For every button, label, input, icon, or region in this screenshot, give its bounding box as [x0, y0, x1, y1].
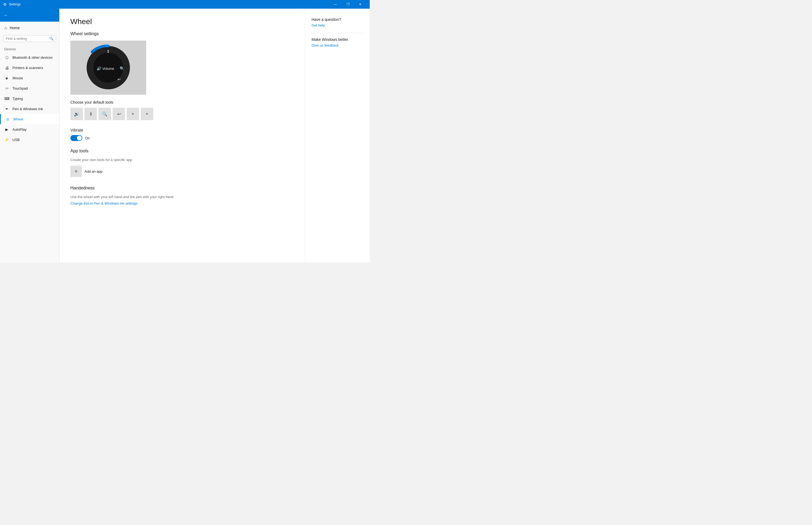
main-content: Wheel Wheel settings 🔊 Volume	[60, 9, 305, 262]
title-bar-left: ⚙ Settings	[3, 2, 20, 6]
help-title: Have a question?	[312, 17, 363, 22]
app-tools-title: App tools	[70, 149, 294, 153]
scroll-tool-btn[interactable]: ⇕	[85, 108, 97, 120]
add-app-label: Add an app	[85, 169, 103, 174]
sidebar-item-wheel[interactable]: ◎ Wheel	[0, 114, 59, 124]
sidebar-touchpad-label: Touchpad	[13, 86, 28, 90]
usb-icon: ⚡	[4, 137, 9, 142]
settings-icon: ⚙	[3, 2, 7, 6]
volume-tool-btn[interactable]: 🔊	[70, 108, 83, 120]
mouse-icon: ◈	[4, 75, 9, 80]
toggle-thumb	[77, 136, 82, 140]
sidebar-bluetooth-label: Bluetooth & other devices	[13, 56, 52, 60]
get-help-link[interactable]: Get help	[312, 23, 363, 27]
sidebar-item-printers[interactable]: 🖨 Printers & scanners	[0, 62, 59, 73]
sidebar-mouse-label: Mouse	[13, 76, 23, 80]
vibrate-toggle-row: On	[70, 135, 294, 141]
back-tool-btn[interactable]: ↩	[112, 108, 125, 120]
minimize-button[interactable]: —	[329, 0, 342, 9]
sidebar-item-autoplay[interactable]: ▶ AutoPlay	[0, 124, 59, 135]
svg-text:🔊: 🔊	[96, 66, 102, 71]
title-bar: ⚙ Settings — ❐ ✕	[0, 0, 370, 9]
touchpad-icon: ▭	[4, 86, 9, 91]
home-label: Home	[10, 26, 20, 30]
svg-text:🔍: 🔍	[120, 66, 124, 71]
sidebar-item-pen[interactable]: ✒ Pen & Windows Ink	[0, 104, 59, 114]
right-panel: Have a question? Get help Make Windows b…	[305, 9, 370, 262]
sidebar-typing-label: Typing	[13, 96, 23, 101]
back-icon: ←	[4, 13, 8, 18]
title-bar-controls: — ❐ ✕	[329, 0, 366, 9]
close-button[interactable]: ✕	[354, 0, 366, 9]
wheel-svg: 🔊 Volume ⇕ 🔍 ↩	[84, 43, 133, 92]
app-tools-desc: Create your own tools for a specific app…	[70, 158, 294, 162]
vibrate-section: Vibrate On	[70, 128, 294, 141]
vibrate-label: Vibrate	[70, 128, 294, 132]
sidebar-item-touchpad[interactable]: ▭ Touchpad	[0, 83, 59, 93]
add-app-button[interactable]: + Add an app	[70, 166, 294, 177]
sidebar-printers-label: Printers & scanners	[13, 66, 43, 70]
sidebar-item-mouse[interactable]: ◈ Mouse	[0, 73, 59, 83]
handedness-title: Handedness	[70, 186, 294, 191]
search-input[interactable]	[6, 36, 48, 41]
svg-text:↩: ↩	[118, 77, 121, 81]
zoom-tool-btn[interactable]: 🔍	[99, 108, 111, 120]
home-icon: ⌂	[4, 26, 7, 30]
wheel-settings-title: Wheel settings	[70, 31, 294, 36]
svg-text:Volume: Volume	[102, 66, 114, 71]
add-tool-btn-1[interactable]: +	[127, 108, 139, 120]
autoplay-icon: ▶	[4, 127, 9, 132]
default-tools-label: Choose your default tools	[70, 100, 294, 104]
tool-buttons: 🔊 ⇕ 🔍 ↩ + +	[70, 108, 294, 120]
divider	[312, 33, 363, 33]
sidebar-section-label: Devices	[0, 45, 59, 52]
pen-ink-settings-link[interactable]: Change this in Pen & Windows Ink setting…	[70, 201, 137, 206]
vibrate-state: On	[85, 136, 90, 140]
sidebar-autoplay-label: AutoPlay	[13, 127, 27, 132]
sidebar-pen-label: Pen & Windows Ink	[13, 107, 43, 111]
app-tools-section: App tools Create your own tools for a sp…	[70, 149, 294, 177]
add-app-icon: +	[70, 166, 82, 177]
title-bar-title: Settings	[9, 2, 20, 6]
sidebar-item-bluetooth[interactable]: ⬡ Bluetooth & other devices	[0, 52, 59, 62]
home-nav-item[interactable]: ⌂ Home	[0, 22, 59, 34]
handedness-section: Handedness Use the wheel with your left …	[70, 186, 294, 206]
sidebar-wheel-label: Wheel	[13, 117, 23, 121]
bluetooth-icon: ⬡	[4, 55, 9, 60]
wheel-settings-section: Wheel settings 🔊 Volume ⇕	[70, 31, 294, 120]
page-title: Wheel	[70, 17, 294, 26]
printer-icon: 🖨	[4, 65, 9, 70]
sidebar: ← ⌂ Home 🔍 Devices ⬡ Bluetooth & other d…	[0, 9, 60, 262]
handedness-desc: Use the wheel with your left hand and th…	[70, 195, 294, 199]
sidebar-usb-label: USB	[13, 138, 20, 142]
pen-icon: ✒	[4, 106, 9, 111]
feedback-title: Make Windows better.	[312, 38, 363, 42]
search-box[interactable]: 🔍	[3, 35, 56, 42]
back-button[interactable]: ←	[0, 9, 59, 22]
wheel-diagram: 🔊 Volume ⇕ 🔍 ↩	[70, 41, 146, 95]
feedback-link[interactable]: Give us feedback	[312, 43, 363, 47]
maximize-button[interactable]: ❐	[342, 0, 354, 9]
sidebar-item-typing[interactable]: ⌨ Typing	[0, 93, 59, 104]
typing-icon: ⌨	[4, 96, 9, 101]
vibrate-toggle[interactable]	[70, 135, 82, 141]
wheel-icon: ◎	[5, 117, 10, 121]
search-icon: 🔍	[49, 36, 54, 41]
add-tool-btn-2[interactable]: +	[141, 108, 153, 120]
app-body: ← ⌂ Home 🔍 Devices ⬡ Bluetooth & other d…	[0, 9, 370, 262]
svg-text:⇕: ⇕	[107, 49, 110, 54]
sidebar-item-usb[interactable]: ⚡ USB	[0, 135, 59, 145]
